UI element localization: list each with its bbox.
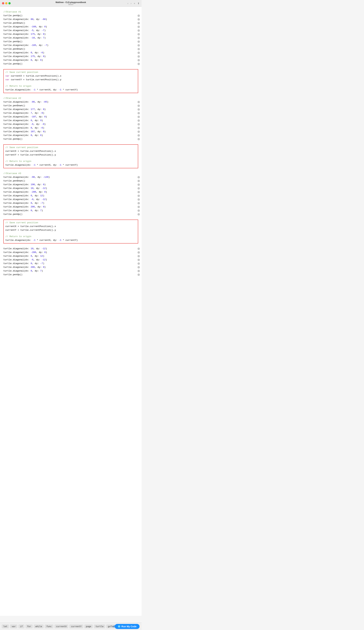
line-dot[interactable]	[137, 127, 140, 129]
code-line: turtle.penDown()	[0, 21, 142, 25]
code-line: turtle.penDown()	[0, 104, 142, 108]
line-dot[interactable]	[137, 33, 140, 36]
line-dot[interactable]	[137, 14, 140, 17]
keyword-page[interactable]: page	[84, 624, 93, 628]
line-dot[interactable]	[137, 37, 140, 39]
line-dot[interactable]	[137, 26, 140, 28]
code-line: var currentX = turtle.currentPosition().…	[5, 74, 136, 78]
line-dot[interactable]	[137, 48, 140, 50]
code-editor[interactable]: //Starcase #1 turtle.penUp() turtle.diag…	[0, 7, 142, 616]
line-dot[interactable]	[137, 123, 140, 126]
code-line: turtle.diagonal(dx: 6, dy: 12)	[0, 194, 142, 198]
line-dot[interactable]	[137, 187, 140, 190]
keyword-currentY[interactable]: currentY	[69, 624, 83, 628]
code-line: // Return to origin	[5, 235, 136, 238]
line-dot[interactable]	[137, 59, 140, 62]
keyword-func[interactable]: func	[45, 624, 53, 628]
titlebar-controls: ‹ › + ⬆	[127, 2, 140, 5]
line-dot[interactable]	[137, 202, 140, 204]
line-dot[interactable]	[137, 270, 140, 272]
line-dot[interactable]	[137, 52, 140, 54]
line-dot[interactable]	[137, 44, 140, 46]
code-line: turtle.diagonal(dx: 0, dy: -7)	[0, 201, 142, 205]
code-line: currentY = turtle.currentPosition().y	[5, 153, 136, 157]
line-dot[interactable]	[137, 104, 140, 107]
code-line: turtle.diagonal(dx: 175, dy: 0)	[0, 32, 142, 36]
code-line: turtle.penDown()	[0, 47, 142, 51]
line-dot[interactable]	[137, 134, 140, 136]
back-icon[interactable]: ‹	[127, 2, 128, 5]
line-dot[interactable]	[137, 210, 140, 212]
code-line: //Starcase #2	[0, 96, 142, 100]
traffic-lights	[2, 2, 10, 4]
code-line: turtle.diagonal(dx: -86, dy: -85)	[0, 100, 142, 104]
line-dot[interactable]	[137, 251, 140, 254]
keyword-for[interactable]: for	[25, 624, 33, 628]
titlebar-title: Matthew - CLD.playgroundbook	[56, 1, 86, 4]
line-dot[interactable]	[137, 22, 140, 24]
run-button[interactable]: ▶ Run My Code	[115, 624, 140, 629]
code-line: turtle.diagonal(dx: -6, dy: -12)	[0, 258, 142, 262]
red-box-1: // Save current position var currentX = …	[3, 69, 138, 93]
code-line: turtle.penUp()	[0, 40, 142, 44]
line-dot[interactable]	[137, 108, 140, 110]
line-dot[interactable]	[137, 29, 140, 32]
keyword-while[interactable]: while	[34, 624, 44, 628]
code-line: var currentY = turtle.currentPosition().…	[5, 78, 136, 82]
code-line: turtle.diagonal(dx: 10, dy: -12)	[0, 186, 142, 190]
add-icon[interactable]: +	[134, 2, 135, 5]
code-line: turtle.diagonal(dx: -165, dy: -7)	[0, 44, 142, 47]
line-dot[interactable]	[137, 112, 140, 114]
line-dot[interactable]	[137, 55, 140, 58]
bottom-toolbar: let var if for while func currentX curre…	[0, 622, 142, 630]
line-dot[interactable]	[137, 184, 140, 186]
line-dot[interactable]	[137, 63, 140, 65]
code-line: turtle.diagonal(dx: 6, dy: 12)	[0, 254, 142, 258]
code-line: turtle.diagonal(dx: 0, dy: 7)	[0, 269, 142, 273]
line-dot[interactable]	[137, 248, 140, 250]
keyword-if[interactable]: if	[18, 624, 24, 628]
line-dot[interactable]	[137, 266, 140, 268]
line-dot[interactable]	[137, 18, 140, 20]
line-dot[interactable]	[137, 213, 140, 216]
code-line: turtle.diagonal(dx: -206, dy: 0)	[0, 250, 142, 254]
line-dot[interactable]	[137, 180, 140, 182]
line-dot[interactable]	[137, 255, 140, 257]
code-line: turtle.penUp()	[0, 14, 142, 18]
line-dot[interactable]	[137, 274, 140, 276]
line-dot[interactable]	[137, 101, 140, 103]
code-line: currentY = turtle.currentPosition().y	[5, 228, 136, 232]
share-icon[interactable]: ⬆	[137, 2, 140, 5]
code-line: turtle.diagonal(dx: 0, dy: -7)	[0, 262, 142, 266]
line-dot[interactable]	[137, 206, 140, 208]
code-line: turtle.diagonal(dx: 0, dy: 6)	[0, 134, 142, 137]
line-dot[interactable]	[137, 262, 140, 265]
run-icon: ▶	[118, 625, 120, 628]
forward-icon[interactable]: ›	[131, 2, 131, 5]
red-box-2: // Save current position currentX = turt…	[3, 144, 138, 168]
close-button[interactable]	[2, 2, 4, 4]
code-line: turtle.diagonal(dx: 7, dy: -9)	[0, 111, 142, 115]
red-box-3: // Save current position currentX = turt…	[3, 220, 138, 244]
line-dot[interactable]	[137, 198, 140, 201]
code-line: // Save current position	[5, 221, 136, 224]
code-line: turtle.diagonal(dx: -1 * currentX, dy: -…	[5, 238, 136, 242]
line-dot[interactable]	[137, 120, 140, 122]
code-line: //Starcase #3	[0, 172, 142, 175]
keyword-let[interactable]: let	[2, 624, 9, 628]
line-dot[interactable]	[137, 130, 140, 133]
code-line: turtle.diagonal(dx: 190, dy: 0)	[0, 183, 142, 186]
line-dot[interactable]	[137, 138, 140, 140]
zoom-button[interactable]	[8, 2, 10, 4]
keyword-var[interactable]: var	[10, 624, 17, 628]
line-dot[interactable]	[137, 40, 140, 43]
keyword-currentX[interactable]: currentX	[54, 624, 68, 628]
code-line: turtle.diagonal(dx: 10, dy: -12)	[0, 247, 142, 250]
line-dot[interactable]	[137, 191, 140, 193]
line-dot[interactable]	[137, 194, 140, 197]
keyword-turtle[interactable]: turtle	[94, 624, 105, 628]
minimize-button[interactable]	[5, 2, 7, 4]
line-dot[interactable]	[137, 116, 140, 118]
line-dot[interactable]	[137, 176, 140, 178]
line-dot[interactable]	[137, 259, 140, 261]
